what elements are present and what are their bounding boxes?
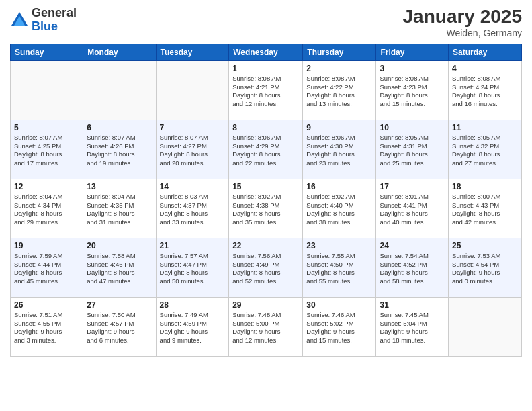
table-row: 5Sunrise: 8:07 AM Sunset: 4:25 PM Daylig…: [11, 120, 83, 179]
calendar-week-row: 26Sunrise: 7:51 AM Sunset: 4:55 PM Dayli…: [11, 297, 522, 356]
col-saturday: Saturday: [449, 44, 522, 60]
table-row: 13Sunrise: 8:04 AM Sunset: 4:35 PM Dayli…: [83, 179, 156, 238]
day-info: Sunrise: 7:57 AM Sunset: 4:47 PM Dayligh…: [160, 252, 226, 286]
table-row: 1Sunrise: 8:08 AM Sunset: 4:21 PM Daylig…: [229, 60, 303, 120]
day-info: Sunrise: 8:06 AM Sunset: 4:30 PM Dayligh…: [306, 134, 372, 168]
logo-text: General Blue: [32, 7, 77, 34]
table-row: 22Sunrise: 7:56 AM Sunset: 4:49 PM Dayli…: [229, 238, 303, 297]
day-number: 3: [380, 64, 445, 73]
day-number: 31: [380, 300, 445, 310]
table-row: 31Sunrise: 7:45 AM Sunset: 5:04 PM Dayli…: [376, 297, 449, 356]
calendar-week-row: 12Sunrise: 8:04 AM Sunset: 4:34 PM Dayli…: [11, 179, 522, 238]
day-info: Sunrise: 7:50 AM Sunset: 4:57 PM Dayligh…: [87, 311, 152, 345]
day-number: 9: [306, 123, 372, 132]
day-info: Sunrise: 8:08 AM Sunset: 4:22 PM Dayligh…: [306, 75, 372, 109]
col-wednesday: Wednesday: [229, 44, 303, 60]
table-row: 16Sunrise: 8:02 AM Sunset: 4:40 PM Dayli…: [303, 179, 376, 238]
day-info: Sunrise: 7:46 AM Sunset: 5:02 PM Dayligh…: [306, 311, 372, 345]
day-number: 19: [14, 241, 79, 250]
day-number: 17: [380, 182, 445, 191]
day-info: Sunrise: 8:02 AM Sunset: 4:40 PM Dayligh…: [306, 193, 372, 227]
day-info: Sunrise: 8:02 AM Sunset: 4:38 PM Dayligh…: [232, 193, 299, 227]
table-row: 25Sunrise: 7:53 AM Sunset: 4:54 PM Dayli…: [449, 238, 522, 297]
location: Weiden, Germany: [403, 28, 522, 38]
page-container: General Blue January 2025 Weiden, German…: [0, 0, 532, 411]
table-row: 23Sunrise: 7:55 AM Sunset: 4:50 PM Dayli…: [303, 238, 376, 297]
day-info: Sunrise: 8:06 AM Sunset: 4:29 PM Dayligh…: [232, 134, 299, 168]
table-row: 14Sunrise: 8:03 AM Sunset: 4:37 PM Dayli…: [156, 179, 229, 238]
table-row: 18Sunrise: 8:00 AM Sunset: 4:43 PM Dayli…: [449, 179, 522, 238]
calendar-header-row: Sunday Monday Tuesday Wednesday Thursday…: [11, 44, 522, 60]
table-row: 24Sunrise: 7:54 AM Sunset: 4:52 PM Dayli…: [376, 238, 449, 297]
day-info: Sunrise: 7:58 AM Sunset: 4:46 PM Dayligh…: [87, 252, 152, 286]
day-number: 21: [160, 241, 226, 250]
day-info: Sunrise: 7:55 AM Sunset: 4:50 PM Dayligh…: [306, 252, 372, 286]
calendar-week-row: 5Sunrise: 8:07 AM Sunset: 4:25 PM Daylig…: [11, 120, 522, 179]
day-info: Sunrise: 7:59 AM Sunset: 4:44 PM Dayligh…: [14, 252, 79, 286]
day-info: Sunrise: 7:48 AM Sunset: 5:00 PM Dayligh…: [232, 311, 299, 345]
day-number: 13: [87, 182, 152, 191]
table-row: [11, 60, 83, 120]
day-number: 1: [232, 64, 299, 73]
day-number: 4: [452, 64, 518, 73]
table-row: 19Sunrise: 7:59 AM Sunset: 4:44 PM Dayli…: [11, 238, 83, 297]
day-number: 23: [306, 241, 372, 250]
day-info: Sunrise: 7:49 AM Sunset: 4:59 PM Dayligh…: [160, 311, 226, 345]
table-row: 12Sunrise: 8:04 AM Sunset: 4:34 PM Dayli…: [11, 179, 83, 238]
day-info: Sunrise: 7:56 AM Sunset: 4:49 PM Dayligh…: [232, 252, 299, 286]
header: General Blue January 2025 Weiden, German…: [10, 7, 522, 38]
day-info: Sunrise: 7:45 AM Sunset: 5:04 PM Dayligh…: [380, 311, 445, 345]
calendar-week-row: 19Sunrise: 7:59 AM Sunset: 4:44 PM Dayli…: [11, 238, 522, 297]
day-info: Sunrise: 8:05 AM Sunset: 4:32 PM Dayligh…: [452, 134, 518, 168]
table-row: 29Sunrise: 7:48 AM Sunset: 5:00 PM Dayli…: [229, 297, 303, 356]
day-info: Sunrise: 7:53 AM Sunset: 4:54 PM Dayligh…: [452, 252, 518, 286]
day-number: 26: [14, 300, 79, 310]
day-info: Sunrise: 8:01 AM Sunset: 4:41 PM Dayligh…: [380, 193, 445, 227]
day-info: Sunrise: 8:04 AM Sunset: 4:34 PM Dayligh…: [14, 193, 79, 227]
col-thursday: Thursday: [303, 44, 376, 60]
day-info: Sunrise: 8:03 AM Sunset: 4:37 PM Dayligh…: [160, 193, 226, 227]
day-number: 30: [306, 300, 372, 310]
calendar-week-row: 1Sunrise: 8:08 AM Sunset: 4:21 PM Daylig…: [11, 60, 522, 120]
day-number: 25: [452, 241, 518, 250]
table-row: 10Sunrise: 8:05 AM Sunset: 4:31 PM Dayli…: [376, 120, 449, 179]
day-number: 7: [160, 123, 226, 132]
table-row: [156, 60, 229, 120]
table-row: 21Sunrise: 7:57 AM Sunset: 4:47 PM Dayli…: [156, 238, 229, 297]
title-section: January 2025 Weiden, Germany: [403, 7, 522, 38]
day-number: 8: [232, 123, 299, 132]
table-row: 9Sunrise: 8:06 AM Sunset: 4:30 PM Daylig…: [303, 120, 376, 179]
table-row: 26Sunrise: 7:51 AM Sunset: 4:55 PM Dayli…: [11, 297, 83, 356]
day-info: Sunrise: 8:08 AM Sunset: 4:24 PM Dayligh…: [452, 75, 518, 109]
table-row: 30Sunrise: 7:46 AM Sunset: 5:02 PM Dayli…: [303, 297, 376, 356]
logo: General Blue: [10, 7, 77, 34]
day-info: Sunrise: 8:04 AM Sunset: 4:35 PM Dayligh…: [87, 193, 152, 227]
day-info: Sunrise: 7:54 AM Sunset: 4:52 PM Dayligh…: [380, 252, 445, 286]
day-number: 18: [452, 182, 518, 191]
logo-icon: [10, 11, 29, 30]
day-info: Sunrise: 8:08 AM Sunset: 4:23 PM Dayligh…: [380, 75, 445, 109]
day-number: 11: [452, 123, 518, 132]
month-title: January 2025: [403, 7, 522, 28]
day-info: Sunrise: 8:05 AM Sunset: 4:31 PM Dayligh…: [380, 134, 445, 168]
table-row: 11Sunrise: 8:05 AM Sunset: 4:32 PM Dayli…: [449, 120, 522, 179]
table-row: 2Sunrise: 8:08 AM Sunset: 4:22 PM Daylig…: [303, 60, 376, 120]
day-number: 16: [306, 182, 372, 191]
day-number: 28: [160, 300, 226, 310]
day-info: Sunrise: 8:07 AM Sunset: 4:27 PM Dayligh…: [160, 134, 226, 168]
table-row: 27Sunrise: 7:50 AM Sunset: 4:57 PM Dayli…: [83, 297, 156, 356]
table-row: [449, 297, 522, 356]
table-row: 7Sunrise: 8:07 AM Sunset: 4:27 PM Daylig…: [156, 120, 229, 179]
col-monday: Monday: [83, 44, 156, 60]
day-number: 29: [232, 300, 299, 310]
table-row: [83, 60, 156, 120]
day-info: Sunrise: 8:08 AM Sunset: 4:21 PM Dayligh…: [232, 75, 299, 109]
day-number: 20: [87, 241, 152, 250]
table-row: 20Sunrise: 7:58 AM Sunset: 4:46 PM Dayli…: [83, 238, 156, 297]
day-info: Sunrise: 8:07 AM Sunset: 4:26 PM Dayligh…: [87, 134, 152, 168]
day-info: Sunrise: 8:00 AM Sunset: 4:43 PM Dayligh…: [452, 193, 518, 227]
col-sunday: Sunday: [11, 44, 83, 60]
table-row: 8Sunrise: 8:06 AM Sunset: 4:29 PM Daylig…: [229, 120, 303, 179]
logo-blue: Blue: [32, 19, 58, 33]
day-number: 22: [232, 241, 299, 250]
